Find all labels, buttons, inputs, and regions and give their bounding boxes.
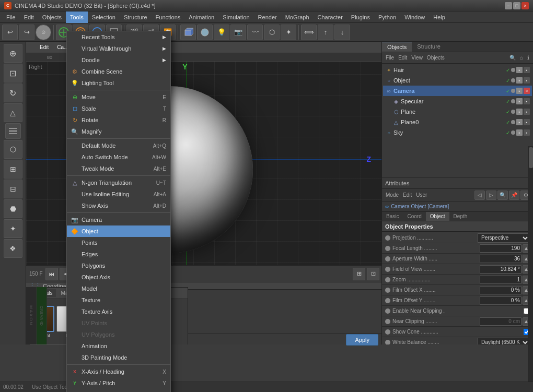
- undo-button[interactable]: ↩: [2, 25, 18, 40]
- maximize-button[interactable]: □: [513, 2, 520, 9]
- attr-pin[interactable]: 📌: [509, 191, 519, 200]
- obj-item-specular[interactable]: ◈ Specular ✓ ▪ ▪: [383, 96, 532, 106]
- dd-virtual-walkthrough[interactable]: Virtual Walkthrough ▶: [67, 43, 170, 54]
- dd-magnify[interactable]: 🔍 Magnify: [67, 126, 170, 137]
- menu-python[interactable]: Python: [374, 11, 400, 23]
- obj-objects-btn[interactable]: Objects: [425, 54, 446, 61]
- obj-item-plane0[interactable]: △ Plane0 ✓ ▪ ▪: [383, 117, 532, 127]
- dd-3d-painting[interactable]: 3D Painting Mode: [67, 352, 170, 363]
- dd-lighting-tool[interactable]: 💡 Lighting Tool: [67, 77, 170, 89]
- live-select-button[interactable]: ⊙: [36, 25, 51, 40]
- attr-tab-basic[interactable]: Basic: [382, 212, 403, 221]
- close-button[interactable]: ×: [522, 2, 529, 9]
- menu-window[interactable]: Window: [400, 11, 429, 23]
- attr-fov-input[interactable]: [480, 265, 522, 274]
- obj-item-sky[interactable]: ○ Sky ✓ ▪ ▪: [383, 127, 532, 138]
- menu-edit[interactable]: Edit: [20, 11, 38, 23]
- dd-default-mode[interactable]: Default Mode Alt+Q: [67, 140, 170, 151]
- menu-render[interactable]: Render: [254, 11, 281, 23]
- attr-projection-select[interactable]: Perspective: [478, 233, 530, 243]
- apply-button[interactable]: Apply: [346, 334, 378, 346]
- attr-edit-btn[interactable]: Edit: [401, 192, 413, 198]
- dd-animation[interactable]: Animation: [67, 340, 170, 352]
- dd-x-axis[interactable]: X X-Axis / Heading X: [67, 366, 170, 377]
- cam-btn[interactable]: 📷: [230, 25, 246, 40]
- dd-y-axis[interactable]: Y Y-Axis / Pitch Y: [67, 377, 170, 389]
- dd-texture[interactable]: Texture: [67, 294, 170, 306]
- dd-object[interactable]: 🔶 Object: [67, 225, 170, 237]
- spline-btn[interactable]: 〰: [247, 25, 263, 40]
- nav-btn2[interactable]: ↑: [318, 25, 333, 40]
- attr-user-btn[interactable]: User: [414, 192, 428, 198]
- menu-plugins[interactable]: Plugins: [347, 11, 374, 23]
- menu-selection[interactable]: Selection: [88, 11, 120, 23]
- attr-filmx-input[interactable]: [480, 286, 522, 294]
- attr-filmy-input[interactable]: [480, 296, 522, 305]
- menu-file[interactable]: File: [2, 11, 20, 23]
- particle-btn[interactable]: ✦: [281, 25, 296, 40]
- dd-model[interactable]: Model: [67, 283, 170, 294]
- dd-ngon[interactable]: △ N-gon Triangulation U~T: [67, 177, 170, 188]
- dd-combine-scene[interactable]: ⚙ Combine Scene: [67, 66, 170, 77]
- attr-wb-select[interactable]: Daylight (6500 K): [478, 338, 530, 345]
- menu-objects[interactable]: Objects: [38, 11, 66, 23]
- attr-zoom-input[interactable]: [480, 276, 522, 284]
- left-btn-1[interactable]: ⊕: [4, 44, 22, 63]
- light-btn[interactable]: 💡: [214, 25, 229, 40]
- menu-tools[interactable]: Tools: [66, 11, 88, 23]
- dd-tweak-mode[interactable]: Tweak Mode Alt+E: [67, 163, 170, 174]
- dd-doodle[interactable]: Doodle ▶: [67, 54, 170, 66]
- obj-search-icon[interactable]: 🔍: [508, 54, 517, 61]
- menu-animation[interactable]: Animation: [184, 11, 218, 23]
- dd-texture-axis[interactable]: Texture Axis: [67, 306, 170, 317]
- left-btn-9[interactable]: ⬣: [4, 199, 22, 218]
- attr-nearclip-input[interactable]: [480, 317, 522, 326]
- left-btn-11[interactable]: ❖: [4, 239, 22, 258]
- obj-view-btn[interactable]: View: [410, 54, 424, 61]
- left-btn-2[interactable]: ⊡: [4, 64, 22, 82]
- tab-objects[interactable]: Objects: [382, 42, 412, 52]
- attr-search[interactable]: 🔍: [497, 191, 508, 200]
- left-btn-7[interactable]: ⊞: [4, 160, 22, 179]
- obj-item-object[interactable]: ○ Object ✓ ▪ ▪: [383, 75, 532, 86]
- obj-item-hair[interactable]: ✦ Hair ✓ ▪ ▪: [383, 65, 532, 75]
- bc-extra2[interactable]: ⊡: [367, 268, 379, 280]
- mesh-btn[interactable]: [197, 25, 213, 40]
- dd-auto-switch[interactable]: Auto Switch Mode Alt+W: [67, 151, 170, 163]
- attr-btn2[interactable]: ▷: [486, 191, 496, 200]
- obj-file-btn[interactable]: File: [384, 54, 396, 61]
- dd-polygons[interactable]: Polygons: [67, 260, 170, 271]
- menu-help[interactable]: Help: [429, 11, 449, 23]
- dd-points[interactable]: Points: [67, 237, 170, 248]
- dd-edges[interactable]: Edges: [67, 248, 170, 260]
- minimize-button[interactable]: −: [505, 2, 512, 9]
- attr-scrollbar[interactable]: [528, 177, 533, 345]
- nav-btn3[interactable]: ↓: [334, 25, 350, 40]
- obj-info-icon[interactable]: ℹ: [526, 54, 531, 61]
- tab-structure[interactable]: Structure: [412, 42, 446, 52]
- left-btn-4[interactable]: △: [4, 103, 22, 122]
- dd-camera[interactable]: 📷 Camera: [67, 214, 170, 225]
- dd-recent-tools[interactable]: Recent Tools ▶: [67, 31, 170, 43]
- left-btn-6[interactable]: ⬡: [4, 140, 22, 159]
- attr-tab-coord[interactable]: Coord: [403, 212, 425, 221]
- nav-btn1[interactable]: ⟺: [301, 25, 317, 40]
- dd-isoline[interactable]: Use Isoline Editing Alt+A: [67, 188, 170, 200]
- left-btn-5[interactable]: [5, 123, 21, 139]
- attr-aperture-input[interactable]: [480, 255, 522, 263]
- obj-home-icon[interactable]: ⌂: [518, 54, 525, 61]
- menu-simulation[interactable]: Simulation: [218, 11, 253, 23]
- dd-move[interactable]: ⊕ Move E: [67, 91, 170, 103]
- redo-button[interactable]: ↪: [19, 25, 34, 40]
- attr-tab-object[interactable]: Object: [426, 212, 449, 221]
- menu-character[interactable]: Character: [314, 11, 347, 23]
- left-btn-10[interactable]: ✦: [4, 219, 22, 238]
- dd-z-axis[interactable]: Z Z-Axis / Bank Z: [67, 389, 170, 392]
- obj-edit-btn[interactable]: Edit: [397, 54, 409, 61]
- left-btn-8[interactable]: ⊟: [4, 180, 22, 198]
- dd-rotate[interactable]: ↻ Rotate R: [67, 114, 170, 126]
- deform-btn[interactable]: ⬡: [264, 25, 280, 40]
- cube-btn[interactable]: [180, 25, 196, 40]
- left-btn-3[interactable]: ↻: [4, 84, 22, 102]
- obj-item-plane[interactable]: ⬡ Plane ✓ ▪ ▪: [383, 106, 532, 117]
